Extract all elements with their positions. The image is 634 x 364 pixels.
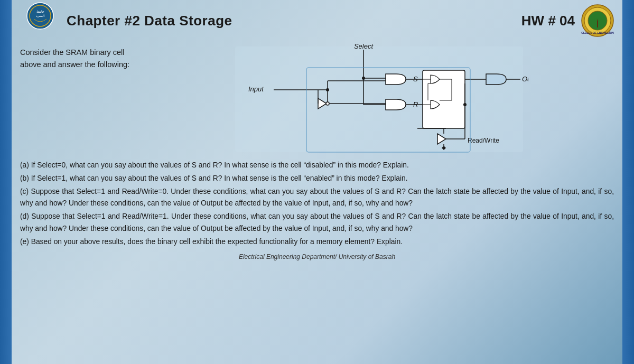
- question-b: (b) If Select=1, what can you say about …: [20, 173, 614, 185]
- problem-intro: Consider the SRAM binary cell above and …: [20, 41, 136, 71]
- main-content: جامعة البصرة Chapter #2 Data Storage HW …: [12, 0, 622, 364]
- intro-line1: Consider the SRAM binary cell: [20, 48, 124, 57]
- svg-text:COLLEGE OF ENGINEERING: COLLEGE OF ENGINEERING: [581, 31, 614, 34]
- footer-text: Electrical Engineering Department/ Unive…: [239, 253, 395, 260]
- header: Chapter #2 Data Storage HW # 04 COLLEGE …: [12, 0, 622, 41]
- svg-point-45: [463, 103, 467, 106]
- question-c: (c) Suppose that Select=1 and Read/Write…: [20, 186, 614, 210]
- readwrite-label: Read/Write: [468, 137, 499, 144]
- intro-line2: above and answer the following:: [20, 60, 129, 69]
- input-label: Input: [248, 85, 264, 93]
- svg-point-21: [326, 102, 329, 105]
- chapter-title-container: Chapter #2 Data Storage: [43, 13, 232, 29]
- svg-rect-9: [235, 46, 523, 152]
- svg-text:جامعة: جامعة: [36, 10, 44, 13]
- hw-title: HW # 04: [521, 13, 575, 29]
- diagram-section: Consider the SRAM binary cell above and …: [12, 41, 622, 157]
- footer: Electrical Engineering Department/ Unive…: [12, 251, 622, 263]
- circuit-container: Select Input: [147, 41, 614, 157]
- right-panel: [622, 0, 634, 364]
- logo-left: جامعة البصرة: [26, 2, 54, 30]
- svg-text:البصرة: البصرة: [36, 14, 45, 18]
- left-panel: [0, 0, 12, 364]
- output-label: Output: [522, 75, 528, 83]
- question-a: (a) If Select=0, what can you say about …: [20, 160, 614, 172]
- question-d: (d) Suppose that Select=1 and Read/Write…: [20, 211, 614, 235]
- circuit-diagram: Select Input: [232, 41, 528, 157]
- question-e: (e) Based on your above results, does th…: [20, 236, 614, 248]
- chapter-title: Chapter #2 Data Storage: [67, 13, 232, 29]
- logo-right: COLLEGE OF ENGINEERING: [581, 4, 614, 37]
- questions-section: (a) If Select=0, what can you say about …: [12, 157, 622, 251]
- header-right: HW # 04 COLLEGE OF ENGINEERING: [521, 4, 614, 37]
- select-label: Select: [354, 42, 374, 50]
